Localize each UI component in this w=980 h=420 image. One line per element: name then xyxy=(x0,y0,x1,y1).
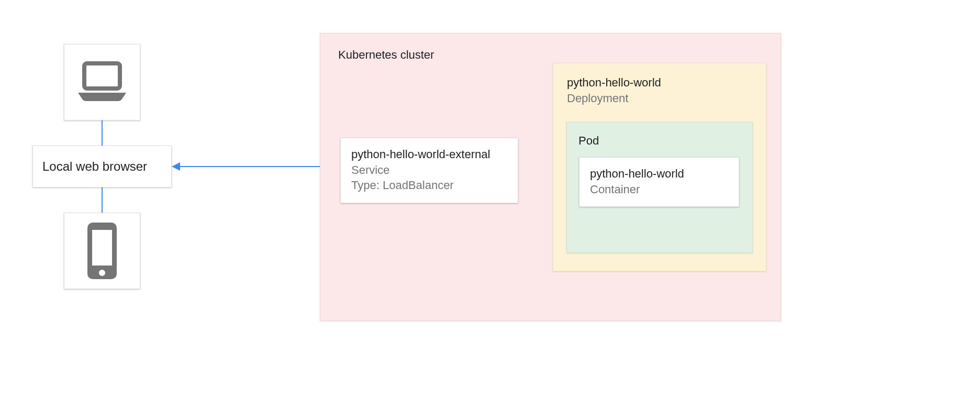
svg-rect-0 xyxy=(84,63,120,89)
laptop-device-tile xyxy=(64,44,140,120)
svg-point-3 xyxy=(99,270,105,276)
cluster-title: Kubernetes cluster xyxy=(338,47,763,63)
deployment-name: python-hello-world xyxy=(567,75,752,91)
local-web-browser-label: Local web browser xyxy=(42,159,147,174)
deployment-kind: Deployment xyxy=(567,91,752,106)
arrowhead-left-browser xyxy=(172,162,180,171)
service-card: python-hello-world-external Service Type… xyxy=(340,138,518,203)
laptop-icon xyxy=(77,61,127,103)
diagram-stage: Local web browser Kubernetes cluster pyt… xyxy=(0,0,980,420)
service-name: python-hello-world-external xyxy=(351,147,507,162)
svg-rect-2 xyxy=(92,230,112,266)
smartphone-icon xyxy=(85,222,119,280)
container-card: python-hello-world Container xyxy=(579,157,739,207)
local-web-browser-card: Local web browser xyxy=(32,146,172,187)
phone-device-tile xyxy=(64,213,140,289)
service-kind: Service xyxy=(351,162,507,178)
container-name: python-hello-world xyxy=(590,166,728,182)
container-kind: Container xyxy=(590,182,728,197)
pod-title: Pod xyxy=(578,133,741,149)
service-type: Type: LoadBalancer xyxy=(351,178,507,193)
